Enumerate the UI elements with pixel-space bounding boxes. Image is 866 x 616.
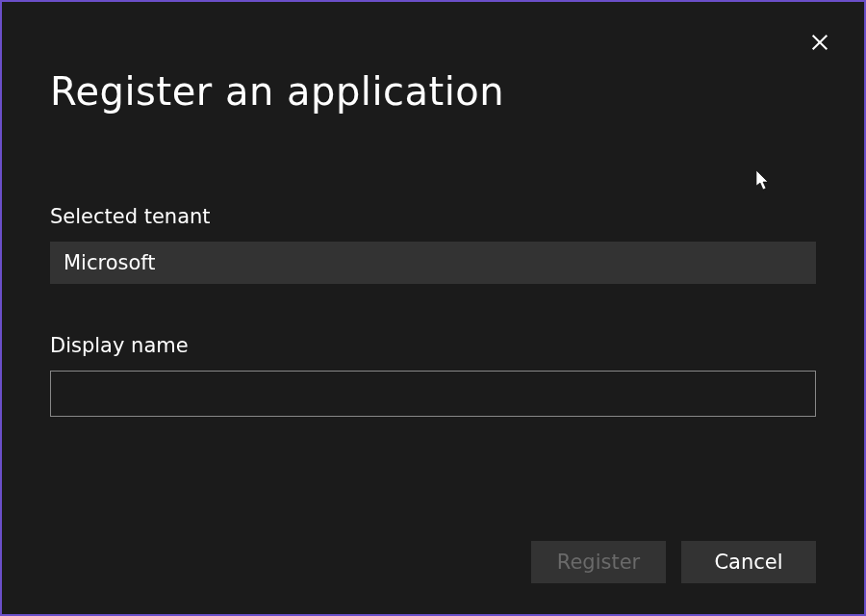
tenant-label: Selected tenant — [50, 205, 816, 228]
close-icon — [809, 32, 830, 53]
dialog-title: Register an application — [50, 69, 816, 114]
tenant-field-group: Selected tenant Microsoft — [50, 205, 816, 284]
display-name-label: Display name — [50, 334, 816, 357]
close-button[interactable] — [806, 29, 833, 56]
tenant-value: Microsoft — [50, 242, 816, 284]
register-button[interactable]: Register — [531, 541, 666, 583]
display-name-field-group: Display name — [50, 334, 816, 417]
cancel-button[interactable]: Cancel — [681, 541, 816, 583]
display-name-input[interactable] — [50, 371, 816, 417]
